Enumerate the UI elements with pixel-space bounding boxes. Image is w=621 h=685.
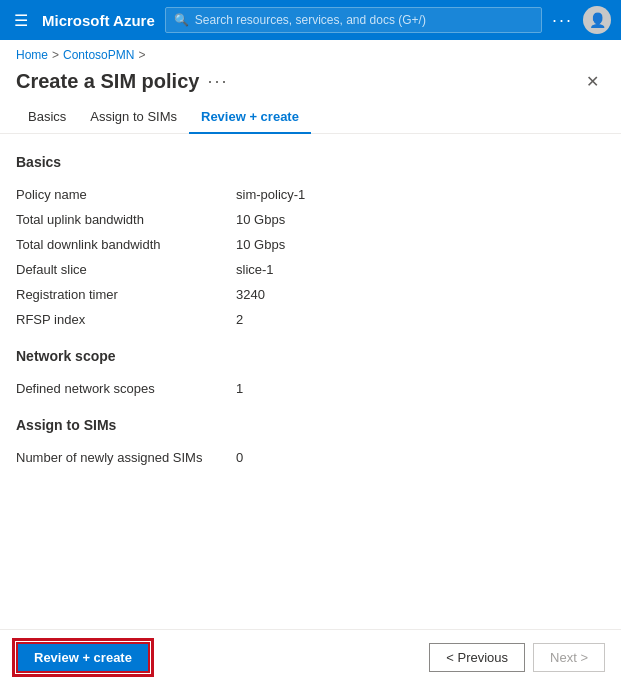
search-bar[interactable]: 🔍 Search resources, services, and docs (… (165, 7, 542, 33)
table-row: Total downlink bandwidth 10 Gbps (16, 232, 605, 257)
default-slice-label: Default slice (16, 257, 236, 282)
defined-scopes-value[interactable]: 1 (236, 376, 605, 401)
previous-button[interactable]: < Previous (429, 643, 525, 672)
content-area: Basics Policy name sim-policy-1 Total up… (0, 134, 621, 470)
next-button: Next > (533, 643, 605, 672)
network-scope-table: Defined network scopes 1 (16, 376, 605, 401)
assign-sims-section-title: Assign to SIMs (16, 417, 605, 433)
page-title-row: Create a SIM policy ··· (16, 70, 228, 93)
policy-name-label: Policy name (16, 182, 236, 207)
rfsp-label: RFSP index (16, 307, 236, 332)
table-row: Registration timer 3240 (16, 282, 605, 307)
defined-scopes-label: Defined network scopes (16, 376, 236, 401)
search-icon: 🔍 (174, 13, 189, 27)
review-create-button[interactable]: Review + create (16, 642, 150, 673)
rfsp-value: 2 (236, 307, 605, 332)
tab-basics[interactable]: Basics (16, 101, 78, 134)
reg-timer-value: 3240 (236, 282, 605, 307)
topbar: ☰ Microsoft Azure 🔍 Search resources, se… (0, 0, 621, 40)
new-sims-value[interactable]: 0 (236, 445, 605, 470)
reg-timer-label: Registration timer (16, 282, 236, 307)
tabs-bar: Basics Assign to SIMs Review + create (0, 101, 621, 134)
page-header: Create a SIM policy ··· ✕ (0, 66, 621, 101)
table-row: RFSP index 2 (16, 307, 605, 332)
breadcrumb-pmn[interactable]: ContosoPMN (63, 48, 134, 62)
tab-review-create[interactable]: Review + create (189, 101, 311, 134)
user-avatar[interactable]: 👤 (583, 6, 611, 34)
policy-name-value[interactable]: sim-policy-1 (236, 182, 605, 207)
table-row: Number of newly assigned SIMs 0 (16, 445, 605, 470)
close-button[interactable]: ✕ (580, 70, 605, 93)
table-row: Defined network scopes 1 (16, 376, 605, 401)
menu-icon[interactable]: ☰ (10, 7, 32, 34)
page-title: Create a SIM policy (16, 70, 199, 93)
main-area: Home > ContosoPMN > Create a SIM policy … (0, 40, 621, 685)
page-more-icon[interactable]: ··· (207, 71, 228, 92)
topbar-more-icon[interactable]: ··· (552, 10, 573, 31)
downlink-bw-label: Total downlink bandwidth (16, 232, 236, 257)
downlink-bw-value: 10 Gbps (236, 232, 605, 257)
breadcrumb-sep2: > (138, 48, 145, 62)
footer: Review + create < Previous Next > (0, 629, 621, 685)
breadcrumb-sep1: > (52, 48, 59, 62)
basics-table: Policy name sim-policy-1 Total uplink ba… (16, 182, 605, 332)
table-row: Total uplink bandwidth 10 Gbps (16, 207, 605, 232)
network-scope-section-title: Network scope (16, 348, 605, 364)
breadcrumb: Home > ContosoPMN > (0, 40, 621, 66)
search-placeholder: Search resources, services, and docs (G+… (195, 13, 426, 27)
table-row: Policy name sim-policy-1 (16, 182, 605, 207)
uplink-bw-value: 10 Gbps (236, 207, 605, 232)
app-logo: Microsoft Azure (42, 12, 155, 29)
basics-section-title: Basics (16, 154, 605, 170)
tab-assign-sims[interactable]: Assign to SIMs (78, 101, 189, 134)
breadcrumb-home[interactable]: Home (16, 48, 48, 62)
table-row: Default slice slice-1 (16, 257, 605, 282)
default-slice-value[interactable]: slice-1 (236, 257, 605, 282)
uplink-bw-label: Total uplink bandwidth (16, 207, 236, 232)
new-sims-label: Number of newly assigned SIMs (16, 445, 236, 470)
assign-sims-table: Number of newly assigned SIMs 0 (16, 445, 605, 470)
